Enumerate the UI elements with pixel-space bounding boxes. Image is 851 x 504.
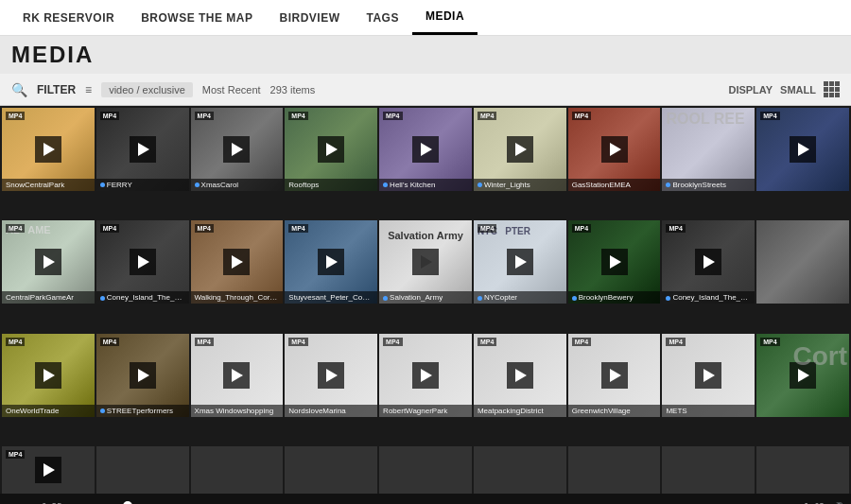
media-thumb-11[interactable]: MP4 Walking_Through_Corridors_MSG_: [191, 220, 284, 304]
mp4-badge: MP4: [478, 224, 496, 233]
media-thumb-34[interactable]: [662, 446, 755, 494]
play-button-24[interactable]: [601, 362, 628, 389]
play-button-8[interactable]: [790, 136, 816, 163]
media-label-21: NordsloveMarina: [285, 405, 377, 417]
play-button-16[interactable]: [695, 249, 721, 275]
media-thumb-35[interactable]: [756, 446, 849, 494]
media-thumb-6[interactable]: MP4 GasStationEMEA: [568, 108, 661, 191]
media-thumb-17[interactable]: [756, 220, 849, 304]
media-thumb-18[interactable]: MP4 OneWorldTrade: [2, 334, 95, 417]
media-thumb-26[interactable]: MP4: [756, 334, 849, 417]
media-thumb-30[interactable]: [285, 446, 377, 494]
media-thumb-5[interactable]: MP4 Winter_Lights: [474, 108, 566, 191]
mp4-badge: MP4: [6, 112, 25, 120]
search-icon[interactable]: 🔍: [11, 82, 27, 97]
media-label-11: Walking_Through_Corridors_MSG_: [191, 291, 284, 304]
media-thumb-7[interactable]: ROOL REE BrooklynStreets: [662, 108, 755, 191]
filter-bar-right: DISPLAY SMALL: [728, 81, 840, 97]
media-thumb-23[interactable]: MP4 MeatpackingDistrict: [474, 334, 566, 417]
play-button-27[interactable]: [35, 457, 61, 483]
play-button-23[interactable]: [507, 362, 533, 389]
mp4-badge: MP4: [100, 224, 119, 233]
media-thumb-2[interactable]: MP4 XmasCarol: [191, 108, 284, 191]
mp4-badge: MP4: [195, 112, 214, 120]
media-thumb-8[interactable]: MP4: [756, 108, 849, 191]
play-button-6[interactable]: [601, 136, 628, 163]
mp4-badge: MP4: [195, 338, 214, 346]
media-thumb-24[interactable]: MP4 GreenwichVillage: [568, 334, 661, 417]
media-grid-row4: MP4: [0, 446, 851, 494]
media-label-2: XmasCarol: [191, 179, 284, 191]
media-thumb-28[interactable]: [96, 446, 189, 494]
media-label-5: Winter_Lights: [474, 179, 566, 191]
media-thumb-21[interactable]: MP4 NordsloveMarina: [285, 334, 377, 417]
media-thumb-0[interactable]: MP4 SnowCentralPark: [2, 108, 95, 191]
play-button-1[interactable]: [130, 136, 156, 163]
play-button-4[interactable]: [412, 136, 439, 163]
play-button-9[interactable]: [35, 249, 61, 275]
media-thumb-25[interactable]: MP4 METS: [662, 334, 755, 417]
play-button-22[interactable]: [412, 362, 439, 389]
media-label-4: Hell's Kitchen: [379, 179, 472, 191]
media-thumb-15[interactable]: MP4 BrooklynBewery: [568, 220, 661, 304]
play-button-25[interactable]: [695, 362, 721, 389]
media-thumb-4[interactable]: MP4 Hell's Kitchen: [379, 108, 472, 191]
play-button-13[interactable]: [412, 249, 439, 275]
play-button-10[interactable]: [130, 249, 156, 275]
play-button-14[interactable]: [507, 249, 533, 275]
play-button-26[interactable]: [790, 362, 816, 389]
play-button-19[interactable]: [130, 362, 156, 389]
play-button-0[interactable]: [35, 136, 61, 163]
media-thumb-22[interactable]: MP4 RobertWagnerPark: [379, 334, 472, 417]
media-thumb-20[interactable]: MP4 Xmas Windowshopping: [191, 334, 284, 417]
mp4-badge: MP4: [100, 338, 119, 346]
media-thumb-27[interactable]: MP4: [2, 446, 95, 494]
nav-item-tags[interactable]: TAGS: [353, 0, 411, 35]
filter-lines-icon[interactable]: ≡: [85, 83, 92, 96]
media-thumb-31[interactable]: [379, 446, 472, 494]
mp4-badge: MP4: [6, 224, 25, 233]
filter-label[interactable]: FILTER: [37, 83, 76, 96]
nav-item-birdview[interactable]: BIRDVIEW: [266, 0, 353, 35]
media-thumb-10[interactable]: MP4 Coney_Island_The_Pier_GoPro: [96, 220, 189, 304]
play-button-5[interactable]: [507, 136, 533, 163]
mp4-badge: MP4: [572, 338, 591, 346]
media-thumb-12[interactable]: MP4 Stuyvesant_Peter_Cooper_Walk_G: [285, 220, 377, 304]
media-label-6: GasStationEMEA: [568, 179, 661, 191]
play-button-20[interactable]: [223, 362, 250, 389]
video-controls: ⏸ ⏹ 0:25 1:03 🔊: [0, 494, 851, 504]
media-thumb-3[interactable]: MP4 Rooftops: [285, 108, 377, 191]
media-thumb-19[interactable]: MP4 STREETperformers: [96, 334, 189, 417]
mp4-badge: MP4: [478, 338, 496, 346]
filter-tag[interactable]: video / exclusive: [101, 82, 193, 97]
filter-sort[interactable]: Most Recent: [202, 84, 261, 96]
media-label-16: Coney_Island_The_Boardwalk: [662, 291, 755, 304]
nav-item-reservoir[interactable]: RK RESERVOIR: [9, 0, 128, 35]
play-button-18[interactable]: [35, 362, 61, 389]
media-thumb-9[interactable]: AL AME MP4 CentralParkGameAr: [2, 220, 95, 304]
nav-item-browse[interactable]: BROWSE THE MAP: [128, 0, 266, 35]
media-thumb-1[interactable]: MP4 FERRY: [96, 108, 189, 191]
media-thumb-13[interactable]: Salvation Army Salvation_Army: [379, 220, 472, 304]
display-label: DISPLAY: [728, 84, 773, 96]
mp4-badge: MP4: [572, 112, 591, 120]
mp4-badge: MP4: [288, 112, 307, 120]
nav-item-media[interactable]: MEDIA: [412, 0, 478, 35]
small-label[interactable]: SMALL: [780, 84, 816, 96]
media-label-18: OneWorldTrade: [2, 405, 95, 417]
mp4-badge: MP4: [383, 112, 402, 120]
play-button-15[interactable]: [601, 249, 628, 275]
media-thumb-16[interactable]: MP4 Coney_Island_The_Boardwalk: [662, 220, 755, 304]
play-button-2[interactable]: [223, 136, 250, 163]
media-label-12: Stuyvesant_Peter_Cooper_Walk_G: [285, 291, 377, 304]
play-button-11[interactable]: [223, 249, 250, 275]
play-button-12[interactable]: [318, 249, 344, 275]
grid-view-icon[interactable]: [824, 81, 840, 97]
filter-bar: 🔍 FILTER ≡ video / exclusive Most Recent…: [0, 74, 851, 106]
media-thumb-32[interactable]: [474, 446, 566, 494]
play-button-3[interactable]: [318, 136, 344, 163]
play-button-21[interactable]: [318, 362, 344, 389]
media-thumb-33[interactable]: [568, 446, 661, 494]
media-thumb-14[interactable]: NYC PTER MP4 NYCopter: [474, 220, 566, 304]
media-thumb-29[interactable]: [191, 446, 284, 494]
